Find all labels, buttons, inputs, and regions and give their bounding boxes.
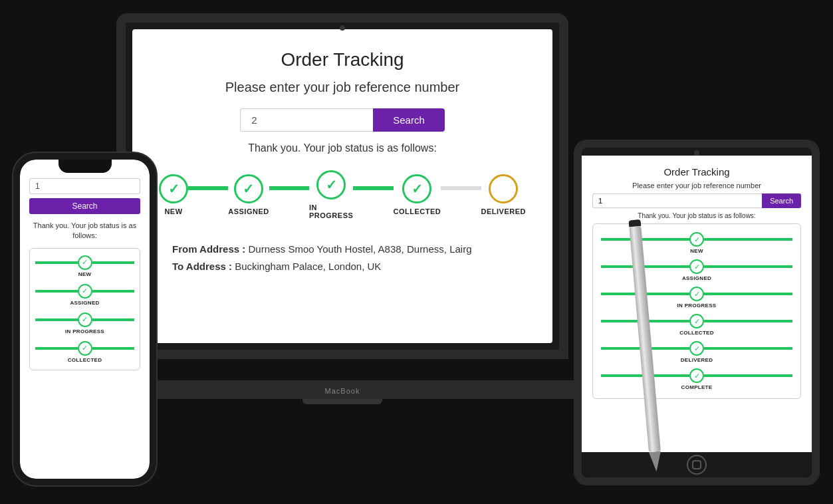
tablet-line-right-assigned xyxy=(704,265,792,268)
step-label-delivered: DELIVERED xyxy=(481,207,526,215)
tablet-device: Order Tracking Please enter your job ref… xyxy=(574,140,820,485)
phone-step-collected: ✓ COLLECTED xyxy=(35,341,134,363)
step-collected: ✓ COLLECTED xyxy=(394,174,441,215)
step-circle-collected: ✓ xyxy=(402,174,431,203)
phone-line-left-inprogress xyxy=(35,318,78,321)
phone-step-new: ✓ NEW xyxy=(35,255,134,277)
from-address-value: Durness Smoo Youth Hostel, A838, Durness… xyxy=(248,243,471,255)
tablet-card: ✓ NEW ✓ ASSIGNED xyxy=(592,223,801,399)
phone-line-left-assigned xyxy=(35,290,78,293)
phone-line-right-inprogress xyxy=(92,318,135,321)
step-circle-assigned: ✓ xyxy=(234,174,263,203)
phone-label-assigned: ASSIGNED xyxy=(70,300,99,306)
tablet-search-button[interactable]: Search xyxy=(762,193,801,208)
step-assigned: ✓ ASSIGNED xyxy=(228,174,269,215)
tablet-home-inner xyxy=(692,460,701,469)
phone-line-right-collected xyxy=(92,347,135,350)
tablet-track-collected: ✓ xyxy=(601,314,792,328)
tablet-label-new: NEW xyxy=(690,248,703,254)
step-label-inprogress: IN PROGRESS xyxy=(309,203,353,219)
address-block: From Address : Durness Smoo Youth Hostel… xyxy=(159,241,526,275)
step-circle-inprogress: ✓ xyxy=(316,170,346,199)
phone-status-text: Thank you. Your job status is as follows… xyxy=(29,221,140,241)
phone-notch xyxy=(59,160,112,173)
laptop-camera xyxy=(340,25,345,31)
tablet-page-title: Order Tracking xyxy=(663,166,729,178)
phone-label-new: NEW xyxy=(78,271,92,277)
stylus-tip xyxy=(649,451,663,472)
tablet-line-left-new xyxy=(601,238,689,241)
search-form: Search xyxy=(240,108,445,132)
tablet-home-button[interactable] xyxy=(687,455,707,475)
tablet-circle-new: ✓ xyxy=(689,232,704,247)
phone-label-collected: COLLECTED xyxy=(68,357,102,363)
to-address: To Address : Buckingham Palace, London, … xyxy=(172,258,526,275)
phone-circle-new: ✓ xyxy=(78,255,92,270)
check-icon-inprogress: ✓ xyxy=(326,177,337,193)
check-icon-new: ✓ xyxy=(168,181,179,197)
laptop-device: Order Tracking Please enter your job ref… xyxy=(116,13,568,399)
tablet-step-complete: ✓ COMPLETE xyxy=(601,368,792,390)
progress-track: ✓ NEW ✓ ASSIGNED xyxy=(159,170,526,219)
line-1 xyxy=(188,186,228,190)
step-inprogress: ✓ IN PROGRESS xyxy=(309,170,353,219)
phone-circle-collected: ✓ xyxy=(78,341,92,356)
line-2 xyxy=(269,186,309,190)
tablet-step-delivered: ✓ DELIVERED xyxy=(601,341,792,363)
laptop-screen: Order Tracking Please enter your job ref… xyxy=(132,29,552,343)
tablet-search-input[interactable] xyxy=(592,193,762,208)
search-input[interactable] xyxy=(240,108,373,132)
phone-track-inprogress: ✓ xyxy=(35,313,134,327)
line-3 xyxy=(353,186,393,190)
laptop-base: MacBook xyxy=(96,380,588,399)
phone-card: ✓ NEW ✓ ASSIGNED xyxy=(29,248,140,370)
phone-circle-assigned: ✓ xyxy=(78,284,92,299)
line-4 xyxy=(441,186,481,190)
phone-track-collected: ✓ xyxy=(35,341,134,356)
phone-search-button[interactable]: Search xyxy=(29,198,140,214)
search-button[interactable]: Search xyxy=(373,108,445,132)
from-address-label: From Address : xyxy=(172,243,245,255)
check-icon-assigned: ✓ xyxy=(243,181,254,197)
tablet-circle-collected: ✓ xyxy=(689,314,704,328)
page-subtitle: Please enter your job reference number xyxy=(225,80,459,95)
tablet-step-collected: ✓ COLLECTED xyxy=(601,314,792,336)
phone-search-input[interactable] xyxy=(29,178,140,194)
step-label-assigned: ASSIGNED xyxy=(228,207,269,215)
from-address: From Address : Durness Smoo Youth Hostel… xyxy=(172,241,526,258)
page-title: Order Tracking xyxy=(281,49,404,70)
step-label-collected: COLLECTED xyxy=(394,207,441,215)
laptop-body: Order Tracking Please enter your job ref… xyxy=(116,13,568,359)
tablet-label-collected: COLLECTED xyxy=(679,330,714,336)
phone-track-new: ✓ xyxy=(35,255,134,270)
phone-circle-inprogress: ✓ xyxy=(78,313,92,327)
tablet-line-right-complete xyxy=(704,374,792,377)
tablet-label-complete: COMPLETE xyxy=(681,384,713,390)
step-circle-new: ✓ xyxy=(159,174,188,203)
tablet-line-right-collected xyxy=(704,320,792,322)
tablet-line-right-new xyxy=(704,238,792,241)
status-text: Thank you. Your job status is as follows… xyxy=(248,142,437,154)
phone-screen: Search Thank you. Your job status is as … xyxy=(20,160,150,479)
to-address-label: To Address : xyxy=(172,261,232,272)
step-label-new: NEW xyxy=(164,207,182,215)
tablet-track-delivered: ✓ xyxy=(601,341,792,356)
tablet-page-subtitle: Please enter your job reference number xyxy=(632,182,761,189)
tablet-circle-assigned: ✓ xyxy=(689,259,704,274)
phone-step-assigned: ✓ ASSIGNED xyxy=(35,284,134,306)
check-icon-collected: ✓ xyxy=(412,181,423,197)
tablet-line-right-inprogress xyxy=(704,293,792,295)
tablet-track-inprogress: ✓ xyxy=(601,287,792,301)
tablet-status-text: Thank you. Your job status is as follows… xyxy=(638,212,755,219)
phone-line-left-new xyxy=(35,261,78,264)
laptop-brand: MacBook xyxy=(325,387,360,395)
tablet-track-complete: ✓ xyxy=(601,368,792,383)
tablet-label-delivered: DELIVERED xyxy=(681,357,713,363)
phone-device: Search Thank you. Your job status is as … xyxy=(13,153,156,485)
step-delivered: DELIVERED xyxy=(481,174,526,215)
phone-line-left-collected xyxy=(35,347,78,350)
tablet-circle-inprogress: ✓ xyxy=(689,287,704,301)
phone-line-right-assigned xyxy=(92,290,135,293)
tablet-label-inprogress: IN PROGRESS xyxy=(677,303,717,309)
phone-line-right-new xyxy=(92,261,135,264)
